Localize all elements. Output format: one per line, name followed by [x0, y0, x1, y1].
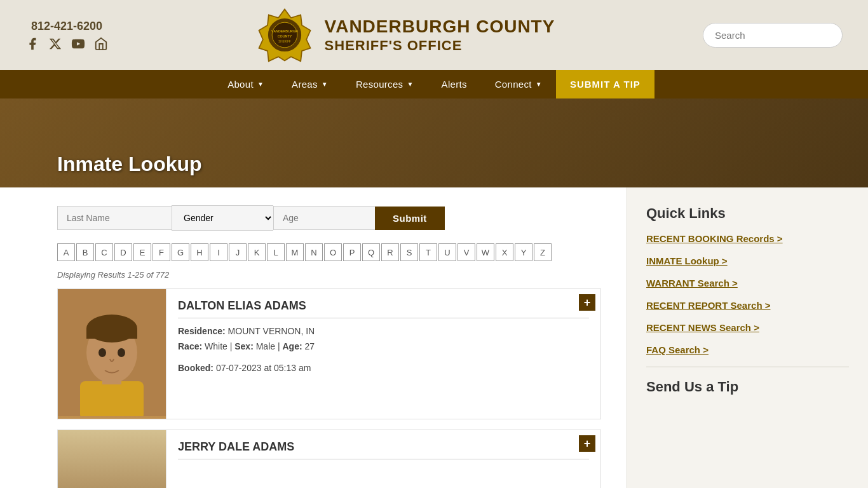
alpha-btn-j[interactable]: J	[229, 243, 247, 261]
svg-point-13	[118, 348, 125, 357]
nav-connect[interactable]: Connect ▼	[481, 70, 556, 98]
alpha-btn-m[interactable]: M	[286, 243, 304, 261]
search-submit-button[interactable]: Submit	[375, 207, 445, 230]
site-title: VANDERBURGH COUNTY SHERIFF'S OFFICE	[325, 16, 555, 54]
main-nav: About ▼ Areas ▼ Resources ▼ Alerts Conne…	[0, 70, 868, 98]
youtube-icon[interactable]	[71, 37, 85, 51]
gender-select[interactable]: Gender Male Female	[172, 205, 273, 231]
results-count: Displaying Results 1-25 of 772	[57, 270, 601, 280]
alpha-btn-w[interactable]: W	[477, 243, 494, 261]
alphabet-filter: ABCDEFGHIJKLMNOPQRSTUVWXYZ	[57, 243, 601, 261]
svg-text:VANDERBURGH: VANDERBURGH	[271, 29, 298, 33]
alpha-btn-b[interactable]: B	[76, 243, 94, 261]
quick-link-item[interactable]: WARRANT Search >	[646, 278, 849, 288]
inmate-search-form: Gender Male Female Submit	[57, 205, 601, 231]
sidebar: Quick Links RECENT BOOKING Records >INMA…	[627, 187, 868, 488]
hero-banner: Inmate Lookup	[0, 98, 868, 187]
svg-rect-11	[86, 329, 137, 339]
inmate-photo	[58, 289, 166, 419]
alpha-btn-r[interactable]: R	[381, 243, 399, 261]
site-title-main: VANDERBURGH COUNTY	[325, 16, 555, 37]
quick-link-item[interactable]: RECENT BOOKING Records >	[646, 233, 849, 244]
alpha-btn-a[interactable]: A	[57, 243, 75, 261]
chevron-down-icon: ▼	[257, 81, 264, 88]
chevron-down-icon: ▼	[322, 81, 328, 88]
alpha-btn-d[interactable]: D	[114, 243, 132, 261]
alpha-btn-q[interactable]: Q	[362, 243, 380, 261]
svg-text:COUNTY: COUNTY	[277, 34, 292, 38]
alpha-btn-i[interactable]: I	[210, 243, 227, 261]
site-title-sub: SHERIFF'S OFFICE	[325, 37, 555, 54]
inmate-photo-placeholder	[58, 430, 166, 488]
inmate-demographics: Race: White | Sex: Male | Age: 27	[178, 341, 589, 351]
home-icon[interactable]	[94, 37, 108, 51]
nav-resources[interactable]: Resources ▼	[342, 70, 428, 98]
send-tip-title: Send Us a Tip	[646, 379, 849, 395]
alpha-btn-v[interactable]: V	[458, 243, 475, 261]
inmate-photo-placeholder	[58, 289, 166, 419]
content-area: Gender Male Female Submit ABCDEFGHIJKLMN…	[0, 187, 627, 488]
sheriff-badge-icon: VANDERBURGH COUNTY SHERIFF	[256, 6, 313, 64]
inmate-name: DALTON ELIAS ADAMS	[178, 299, 589, 318]
expand-inmate-button[interactable]: +	[579, 435, 595, 452]
site-header: 812-421-6200 VAND	[0, 0, 868, 70]
page-title: Inmate Lookup	[57, 152, 202, 176]
alpha-btn-u[interactable]: U	[438, 243, 456, 261]
alpha-btn-n[interactable]: N	[305, 243, 323, 261]
submit-tip-button[interactable]: SUBMIT A TIP	[556, 70, 654, 98]
nav-areas[interactable]: Areas ▼	[278, 70, 342, 98]
alpha-btn-t[interactable]: T	[419, 243, 437, 261]
alpha-btn-c[interactable]: C	[95, 243, 113, 261]
search-input[interactable]	[703, 23, 843, 48]
inmate-list: DALTON ELIAS ADAMSResidence: MOUNT VERNO…	[57, 288, 601, 488]
alpha-btn-k[interactable]: K	[248, 243, 266, 261]
alpha-btn-x[interactable]: X	[496, 243, 513, 261]
inmate-booked: Booked: 07-07-2023 at 05:13 am	[178, 363, 589, 373]
alpha-btn-e[interactable]: E	[133, 243, 151, 261]
inmate-residence: Residence: MOUNT VERNON, IN	[178, 326, 589, 336]
quick-link-item[interactable]: FAQ Search >	[646, 344, 849, 355]
twitter-icon[interactable]	[48, 37, 62, 51]
alpha-btn-y[interactable]: Y	[515, 243, 532, 261]
alpha-btn-g[interactable]: G	[172, 243, 189, 261]
alpha-btn-z[interactable]: Z	[534, 243, 552, 261]
alpha-btn-s[interactable]: S	[400, 243, 418, 261]
inmate-details: JERRY DALE ADAMS	[166, 430, 600, 488]
header-contact: 812-421-6200	[25, 20, 108, 51]
chevron-down-icon: ▼	[536, 81, 542, 88]
sidebar-divider	[646, 367, 849, 367]
main-layout: Gender Male Female Submit ABCDEFGHIJKLMN…	[0, 187, 868, 488]
inmate-card: DALTON ELIAS ADAMSResidence: MOUNT VERNO…	[57, 288, 601, 419]
inmate-name: JERRY DALE ADAMS	[178, 440, 589, 459]
inmate-card: JERRY DALE ADAMS+	[57, 430, 601, 488]
alpha-btn-p[interactable]: P	[343, 243, 361, 261]
svg-text:SHERIFF: SHERIFF	[278, 40, 291, 43]
svg-rect-7	[80, 381, 144, 416]
alpha-btn-h[interactable]: H	[191, 243, 208, 261]
alpha-btn-o[interactable]: O	[324, 243, 342, 261]
phone-number: 812-421-6200	[31, 20, 102, 33]
alpha-btn-l[interactable]: L	[267, 243, 285, 261]
svg-point-12	[98, 348, 106, 357]
inmate-details: DALTON ELIAS ADAMSResidence: MOUNT VERNO…	[166, 289, 600, 419]
quick-links-list: RECENT BOOKING Records >INMATE Lookup >W…	[646, 233, 849, 355]
expand-inmate-button[interactable]: +	[579, 294, 595, 311]
nav-alerts[interactable]: Alerts	[428, 70, 481, 98]
nav-about[interactable]: About ▼	[214, 70, 278, 98]
lastname-input[interactable]	[57, 206, 172, 230]
inmate-photo	[58, 430, 166, 488]
header-search[interactable]	[703, 23, 843, 48]
social-links	[25, 37, 108, 51]
site-logo: VANDERBURGH COUNTY SHERIFF VANDERBURGH C…	[256, 6, 555, 64]
quick-link-item[interactable]: INMATE Lookup >	[646, 255, 849, 266]
quick-link-item[interactable]: RECENT NEWS Search >	[646, 322, 849, 333]
quick-links-title: Quick Links	[646, 205, 849, 222]
facebook-icon[interactable]	[25, 37, 39, 51]
quick-link-item[interactable]: RECENT REPORT Search >	[646, 300, 849, 311]
chevron-down-icon: ▼	[407, 81, 413, 88]
alpha-btn-f[interactable]: F	[153, 243, 170, 261]
age-input[interactable]	[273, 206, 375, 230]
